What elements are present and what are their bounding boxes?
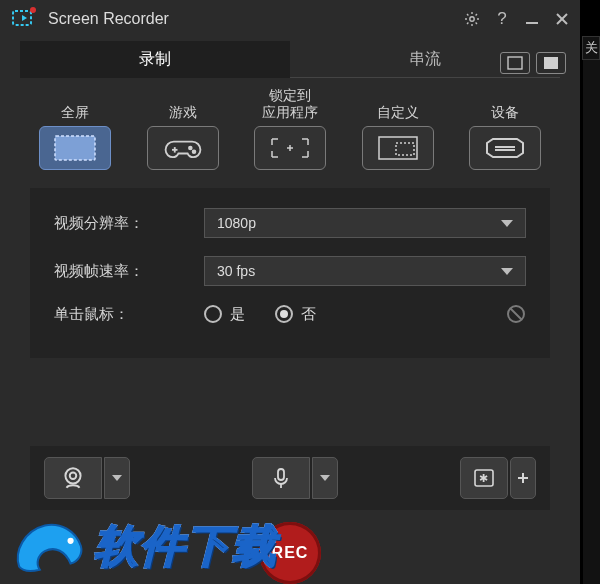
app-logo-icon xyxy=(10,5,38,33)
radio-circle-icon xyxy=(204,305,222,323)
svg-point-13 xyxy=(192,151,195,154)
overlay-add-button[interactable] xyxy=(510,457,536,499)
fullscreen-view-icon[interactable] xyxy=(500,52,530,74)
disable-icon[interactable] xyxy=(506,304,526,324)
mode-custom-button[interactable] xyxy=(362,126,434,170)
mode-lockapp: 锁定到 应用程序 xyxy=(245,86,335,170)
resolution-value: 1080p xyxy=(217,215,256,231)
webcam-control xyxy=(44,457,130,499)
mode-device-label: 设备 xyxy=(491,86,519,120)
settings-icon[interactable] xyxy=(464,11,480,27)
side-panel-toggle[interactable]: 关 xyxy=(582,36,600,60)
radio-yes[interactable]: 是 xyxy=(204,305,245,324)
mode-game: 游戏 xyxy=(138,86,228,170)
svg-rect-9 xyxy=(55,136,95,160)
mode-lockapp-button[interactable] xyxy=(254,126,326,170)
mode-fullscreen: 全屏 xyxy=(30,86,120,170)
radio-circle-icon xyxy=(275,305,293,323)
svg-point-23 xyxy=(70,473,77,480)
radio-no-label: 否 xyxy=(301,305,316,324)
overlay-effects-button[interactable]: ✱ xyxy=(460,457,508,499)
svg-rect-17 xyxy=(396,143,414,155)
mode-custom: 自定义 xyxy=(353,86,443,170)
record-button-row: REC xyxy=(0,522,580,584)
mode-game-button[interactable] xyxy=(147,126,219,170)
mouseclick-radio-group: 是 否 xyxy=(204,304,526,324)
app-window: Screen Recorder ? 录制 串 xyxy=(0,0,580,584)
svg-line-21 xyxy=(511,309,522,320)
radio-yes-label: 是 xyxy=(230,305,245,324)
side-panel xyxy=(582,36,600,584)
mic-control xyxy=(252,457,338,499)
minimize-icon[interactable] xyxy=(524,11,540,27)
row-resolution: 视频分辨率： 1080p xyxy=(54,208,526,238)
resolution-label: 视频分辨率： xyxy=(54,214,204,233)
titlebar-controls: ? xyxy=(464,11,570,27)
chevron-down-icon xyxy=(320,475,330,481)
chevron-down-icon xyxy=(501,220,513,227)
svg-rect-24 xyxy=(278,469,284,480)
mode-fullscreen-button[interactable] xyxy=(39,126,111,170)
mouseclick-label: 单击鼠标： xyxy=(54,305,204,324)
svg-point-12 xyxy=(188,147,191,150)
mode-fullscreen-label: 全屏 xyxy=(61,86,89,120)
mode-device: 设备 xyxy=(460,86,550,170)
mic-button[interactable] xyxy=(252,457,310,499)
webcam-dropdown[interactable] xyxy=(104,457,130,499)
svg-rect-8 xyxy=(544,57,558,69)
svg-text:✱: ✱ xyxy=(479,472,488,484)
overlay-extras: ✱ xyxy=(460,457,536,499)
svg-rect-7 xyxy=(508,57,522,69)
svg-marker-1 xyxy=(22,15,27,21)
capture-modes: 全屏 游戏 锁定到 应用程序 xyxy=(0,86,580,170)
mode-game-label: 游戏 xyxy=(169,86,197,120)
chevron-down-icon xyxy=(112,475,122,481)
framerate-value: 30 fps xyxy=(217,263,255,279)
svg-point-2 xyxy=(30,7,36,13)
record-button[interactable]: REC xyxy=(259,522,321,584)
main-tabs: 录制 串流 xyxy=(20,41,560,78)
view-mode-buttons xyxy=(500,52,566,74)
svg-point-3 xyxy=(470,16,474,20)
compact-view-icon[interactable] xyxy=(536,52,566,74)
radio-no[interactable]: 否 xyxy=(275,305,316,324)
settings-panel: 视频分辨率： 1080p 视频帧速率： 30 fps 单击鼠标： 是 xyxy=(30,188,550,358)
mode-custom-label: 自定义 xyxy=(377,86,419,120)
mode-device-button[interactable] xyxy=(469,126,541,170)
framerate-select[interactable]: 30 fps xyxy=(204,256,526,286)
close-icon[interactable] xyxy=(554,11,570,27)
framerate-label: 视频帧速率： xyxy=(54,262,204,281)
titlebar: Screen Recorder ? xyxy=(0,0,580,37)
mode-lockapp-label: 锁定到 应用程序 xyxy=(262,86,318,120)
resolution-select[interactable]: 1080p xyxy=(204,208,526,238)
overlay-toolbar: ✱ xyxy=(30,446,550,510)
help-icon[interactable]: ? xyxy=(494,11,510,27)
chevron-down-icon xyxy=(501,268,513,275)
mic-dropdown[interactable] xyxy=(312,457,338,499)
svg-point-22 xyxy=(65,468,80,483)
app-title: Screen Recorder xyxy=(48,10,454,28)
webcam-button[interactable] xyxy=(44,457,102,499)
row-mouseclick: 单击鼠标： 是 否 xyxy=(54,304,526,324)
row-framerate: 视频帧速率： 30 fps xyxy=(54,256,526,286)
tab-record[interactable]: 录制 xyxy=(20,41,290,78)
